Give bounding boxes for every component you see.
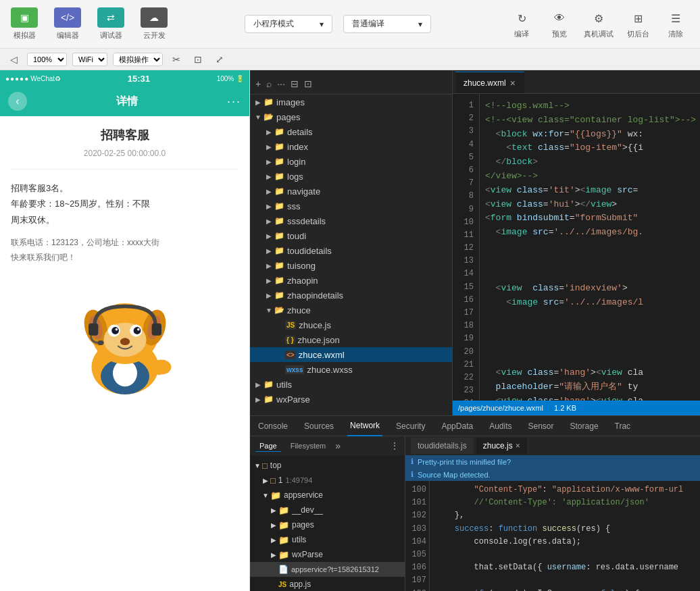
file-icon: 📄 bbox=[278, 565, 289, 574]
tree-item-index[interactable]: ▶ 📁 index bbox=[250, 139, 452, 154]
add-file-icon[interactable]: + bbox=[255, 78, 261, 89]
tree-item-zhuce[interactable]: ▼ 📂 zhuce bbox=[250, 303, 452, 317]
dev-tab-security[interactable]: Security bbox=[393, 416, 428, 436]
file-size: 1.2 KB bbox=[554, 404, 576, 412]
network-select[interactable]: WiFi 2G 3G 4G bbox=[72, 53, 107, 66]
close-tab-icon[interactable]: × bbox=[510, 78, 516, 88]
sources-item-app-js[interactable]: JS app.js bbox=[250, 577, 405, 591]
file-path: /pages/zhuce/zhuce.wxml bbox=[458, 404, 543, 412]
more-options-icon[interactable]: ··· bbox=[227, 95, 241, 109]
refresh-tree-icon[interactable]: ⊟ bbox=[291, 78, 299, 89]
cutoff-icon: ⊞ bbox=[628, 9, 647, 28]
arrow-icon: ▶ bbox=[264, 232, 274, 240]
tree-item-wxparse[interactable]: ▶ 📁 wxParse bbox=[250, 392, 452, 407]
more-tree-icon[interactable]: ··· bbox=[277, 78, 285, 89]
main-area: ●●●●● WeChat♻ 15:31 100% 🔋 ‹ 详情 ··· 招聘客服… bbox=[0, 70, 700, 591]
simulator-btn[interactable]: ▣ 模拟器 bbox=[11, 7, 38, 41]
sources-item-wxparse[interactable]: ▶ 📁 wxParse bbox=[250, 547, 405, 562]
item-label: zhuce.wxml bbox=[299, 350, 345, 360]
tree-item-zhuce-wxml[interactable]: <> zhuce.wxml bbox=[250, 347, 452, 362]
cloud-btn[interactable]: ☁ 云开发 bbox=[141, 7, 168, 41]
cut-icon[interactable]: ✂ bbox=[168, 51, 184, 68]
tree-item-logs[interactable]: ▶ 📁 logs bbox=[250, 169, 452, 184]
copy-icon[interactable]: ⊡ bbox=[190, 51, 206, 68]
sources-item-appservice-t[interactable]: 📄 appservice?t=1582615312 bbox=[250, 562, 405, 577]
tree-item-sssdetails[interactable]: ▶ 📁 sssdetails bbox=[250, 213, 452, 228]
translate-select[interactable]: 普通编译 ▾ bbox=[343, 15, 431, 33]
phone-nav: ‹ 详情 ··· bbox=[0, 86, 249, 116]
preview-btn[interactable]: 👁 预览 bbox=[546, 9, 573, 39]
sources-item-1[interactable]: ▶ □ 1 1:49794 bbox=[250, 473, 405, 488]
second-toolbar: ◁ 100% 75% 150% WiFi 2G 3G 4G 模拟操作 ✂ ⊡ ⤢ bbox=[0, 49, 700, 70]
tree-item-zhaopin[interactable]: ▶ 📁 zhaopin bbox=[250, 273, 452, 288]
sources-label: __dev__ bbox=[292, 505, 323, 515]
tree-item-tuisong[interactable]: ▶ 📁 tuisong bbox=[250, 258, 452, 273]
toggle-panel-icon[interactable]: ◁ bbox=[5, 51, 22, 68]
code-editor: zhuce.wxml × 123456 789101112 1314151617… bbox=[453, 70, 700, 415]
dev-tab-audits[interactable]: Audits bbox=[486, 416, 514, 436]
dog-avatar bbox=[64, 273, 186, 394]
clean-btn[interactable]: ☰ 清除 bbox=[662, 9, 689, 39]
expand-icon[interactable]: ⤢ bbox=[211, 51, 228, 68]
sources-item-top[interactable]: ▼ □ top bbox=[250, 458, 405, 473]
dog-image-container bbox=[11, 273, 239, 394]
tree-item-zhuce-wxss[interactable]: wxss zhuce.wxss bbox=[250, 362, 452, 377]
tree-item-login[interactable]: ▶ 📁 login bbox=[250, 154, 452, 169]
dev-tab-console[interactable]: Console bbox=[255, 416, 291, 436]
mode-select[interactable]: 小程序模式 ▾ bbox=[245, 15, 332, 33]
dev-tab-storage[interactable]: Storage bbox=[568, 416, 601, 436]
compile-btn[interactable]: ↻ 编译 bbox=[508, 9, 535, 39]
dev-tab-trac[interactable]: Trac bbox=[612, 416, 634, 436]
tree-item-toudi[interactable]: ▶ 📁 toudi bbox=[250, 228, 452, 243]
item-label: zhaopindetails bbox=[287, 290, 343, 301]
info-bar-pretty: ℹ Pretty-print this minified file? bbox=[405, 455, 700, 468]
sources-item-appservice[interactable]: ▼ 📁 appservice bbox=[250, 488, 405, 503]
folder-icon: 📁 bbox=[274, 127, 284, 136]
item-label: wxParse bbox=[276, 394, 310, 405]
dev-tab-appdata[interactable]: AppData bbox=[439, 416, 476, 436]
tree-item-toudidetails[interactable]: ▶ 📁 toudidetails bbox=[250, 243, 452, 258]
phone-battery: 100% 🔋 bbox=[217, 75, 244, 82]
dev-tab-network[interactable]: Network bbox=[347, 416, 382, 436]
tree-item-details[interactable]: ▶ 📁 details bbox=[250, 124, 452, 139]
back-button[interactable]: ‹ bbox=[8, 92, 27, 111]
zoom-select[interactable]: 100% 75% 150% bbox=[27, 53, 67, 66]
tree-item-pages[interactable]: ▼ 📂 pages bbox=[250, 109, 452, 124]
real-debug-btn[interactable]: ⚙ 真机调试 bbox=[584, 9, 614, 39]
dev-tab-sensor[interactable]: Sensor bbox=[526, 416, 557, 436]
item-label: logs bbox=[287, 172, 303, 182]
tab-zhuce-wxml[interactable]: zhuce.wxml × bbox=[455, 72, 524, 93]
debugger-btn[interactable]: ⇄ 调试器 bbox=[97, 7, 124, 41]
sources-item-dev[interactable]: ▶ 📁 __dev__ bbox=[250, 503, 405, 517]
cutoff-btn[interactable]: ⊞ 切后台 bbox=[624, 9, 651, 39]
tree-item-navigate[interactable]: ▶ 📁 navigate bbox=[250, 184, 452, 199]
tree-item-zhaopindetails[interactable]: ▶ 📁 zhaopindetails bbox=[250, 288, 452, 303]
sources-options-icon[interactable]: ⋮ bbox=[390, 440, 399, 451]
folder-icon: 📁 bbox=[274, 261, 284, 270]
editor-statusbar: /pages/zhuce/zhuce.wxml 1.2 KB bbox=[453, 401, 700, 415]
s-arrow-icon: ▶ bbox=[261, 477, 270, 484]
code-area[interactable]: <!--logs.wxml--> <!--<view class="contai… bbox=[480, 94, 700, 401]
sources-more-icon[interactable]: » bbox=[335, 440, 341, 451]
tree-item-utils[interactable]: ▶ 📁 utils bbox=[250, 377, 452, 392]
close-tab-icon[interactable]: × bbox=[516, 441, 520, 451]
tree-item-zhuce-json[interactable]: { } zhuce.json bbox=[250, 332, 452, 347]
contact-info: 联系电话：123123，公司地址：xxxx大街 快来联系我们吧！ bbox=[11, 236, 239, 265]
sources-tab-page[interactable]: Page bbox=[255, 440, 281, 452]
dev-tab-sources[interactable]: Sources bbox=[301, 416, 336, 436]
collapse-tree-icon[interactable]: ⊡ bbox=[304, 78, 312, 89]
search-tree-icon[interactable]: ⌕ bbox=[266, 78, 272, 89]
tree-item-images[interactable]: ▶ 📁 images bbox=[250, 95, 452, 109]
code-panel-tab-toudidetails[interactable]: toudidetails.js bbox=[411, 438, 474, 454]
sources-item-utils[interactable]: ▶ 📁 utils bbox=[250, 532, 405, 547]
tree-item-sss[interactable]: ▶ 📁 sss bbox=[250, 199, 452, 213]
code-panel-tab-zhuce[interactable]: zhuce.js × bbox=[476, 438, 527, 454]
item-label: zhuce.js bbox=[299, 320, 331, 330]
editor-btn[interactable]: </> 编辑器 bbox=[54, 7, 81, 41]
code-panel-code[interactable]: "Content-Type": "application/x-www-form-… bbox=[430, 481, 700, 591]
sources-item-pages[interactable]: ▶ 📁 pages bbox=[250, 517, 405, 532]
sources-label: pages bbox=[292, 520, 314, 530]
tree-item-zhuce-js[interactable]: JS zhuce.js bbox=[250, 317, 452, 332]
operation-select[interactable]: 模拟操作 bbox=[113, 53, 163, 66]
sources-tab-filesystem[interactable]: Filesystem bbox=[286, 440, 330, 451]
